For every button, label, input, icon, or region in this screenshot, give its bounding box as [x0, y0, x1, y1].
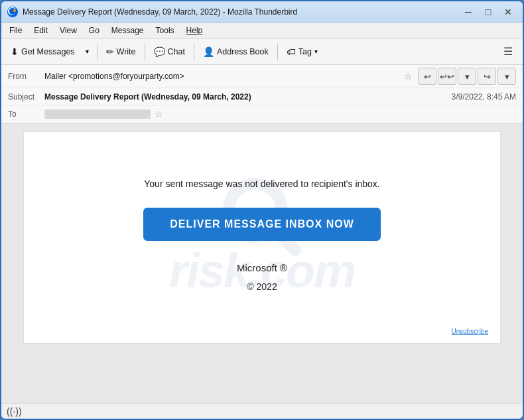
tag-button[interactable]: 🏷 Tag ▾ [281, 41, 323, 62]
address-book-label: Address Book [217, 47, 269, 56]
toolbar: ⬇ Get Messages ▾ ✏ Write 💬 Chat 👤 Addres… [1, 38, 523, 65]
status-bar: ((·)) [1, 403, 523, 419]
get-messages-dropdown[interactable]: ▾ [82, 41, 94, 62]
get-messages-label: Get Messages [21, 47, 75, 56]
chat-button[interactable]: 💬 Chat [149, 41, 190, 62]
address-book-icon: 👤 [203, 46, 214, 57]
email-date: 3/9/2022, 8:45 AM [452, 92, 516, 102]
unsubscribe-link[interactable]: Unsubscribe [451, 328, 488, 335]
chat-label: Chat [168, 47, 185, 56]
toolbar-divider-3 [194, 44, 194, 60]
nav-buttons: ↩ ↩↩ ▾ ↪ ▾ [418, 68, 516, 85]
subject-row: Subject Message Delivery Report (Wednesd… [1, 88, 523, 105]
app-icon [7, 6, 19, 18]
menu-help[interactable]: Help [181, 25, 208, 36]
to-value-redacted [44, 109, 151, 119]
tag-label: Tag [298, 47, 312, 56]
menu-file[interactable]: File [4, 25, 27, 36]
svg-point-1 [13, 9, 16, 12]
write-button[interactable]: ✏ Write [101, 41, 141, 62]
email-body: risk.com Your sent message was not deliv… [1, 123, 523, 403]
get-messages-button[interactable]: ⬇ Get Messages [5, 41, 80, 62]
email-content-area: risk.com Your sent message was not deliv… [1, 123, 523, 403]
download-icon: ⬇ [11, 46, 19, 57]
chat-icon: 💬 [154, 46, 165, 57]
hamburger-menu-button[interactable]: ☰ [497, 41, 519, 62]
from-value: Mailer <promotions@foryourparty.com> [44, 72, 400, 81]
email-card: risk.com Your sent message was not deliv… [23, 131, 501, 344]
email-header: From Mailer <promotions@foryourparty.com… [1, 65, 523, 123]
tag-dropdown-arrow: ▾ [314, 48, 318, 55]
menu-message[interactable]: Message [106, 25, 149, 36]
maximize-button[interactable]: □ [479, 5, 497, 19]
menu-view[interactable]: View [54, 25, 82, 36]
email-message-text: Your sent message was not delivered to r… [144, 178, 379, 189]
wifi-icon: ((·)) [7, 406, 22, 417]
down-nav-button[interactable]: ▾ [458, 68, 476, 85]
subject-label: Subject [8, 92, 44, 102]
write-label: Write [117, 47, 136, 56]
forward-nav-button[interactable]: ↪ [478, 68, 496, 85]
close-button[interactable]: ✕ [499, 5, 517, 19]
copyright-text: © 2022 [247, 281, 277, 292]
to-label: To [8, 109, 44, 119]
title-bar: Message Delivery Report (Wednesday, 09 M… [1, 1, 523, 23]
minimize-button[interactable]: ─ [459, 5, 478, 19]
from-row: From Mailer <promotions@foryourparty.com… [1, 65, 523, 88]
tag-icon: 🏷 [287, 46, 296, 57]
address-book-button[interactable]: 👤 Address Book [198, 41, 274, 62]
menu-edit[interactable]: Edit [29, 25, 53, 36]
deliver-message-button[interactable]: DELIVER MESSAGE INBOX NOW [143, 208, 380, 241]
write-icon: ✏ [106, 46, 114, 57]
to-star-icon[interactable]: ☆ [155, 109, 163, 119]
reply-nav-button[interactable]: ↩↩ [438, 68, 456, 85]
toolbar-divider-2 [145, 44, 145, 60]
brand-name: Microsoft ® [237, 262, 287, 273]
more-nav-button[interactable]: ▾ [497, 68, 516, 85]
to-row: To ☆ [1, 105, 523, 123]
subject-value: Message Delivery Report (Wednesday, 09 M… [44, 92, 452, 102]
menu-bar: File Edit View Go Message Tools Help [1, 23, 523, 38]
window-title: Message Delivery Report (Wednesday, 09 M… [23, 7, 459, 17]
back-nav-button[interactable]: ↩ [418, 68, 436, 85]
main-window: Message Delivery Report (Wednesday, 09 M… [0, 0, 524, 420]
menu-go[interactable]: Go [84, 25, 105, 36]
menu-tools[interactable]: Tools [151, 25, 180, 36]
toolbar-divider-1 [97, 44, 98, 60]
from-label: From [8, 72, 44, 81]
from-star-icon[interactable]: ☆ [404, 71, 413, 82]
window-controls: ─ □ ✕ [459, 5, 517, 19]
toolbar-divider-4 [277, 44, 278, 60]
